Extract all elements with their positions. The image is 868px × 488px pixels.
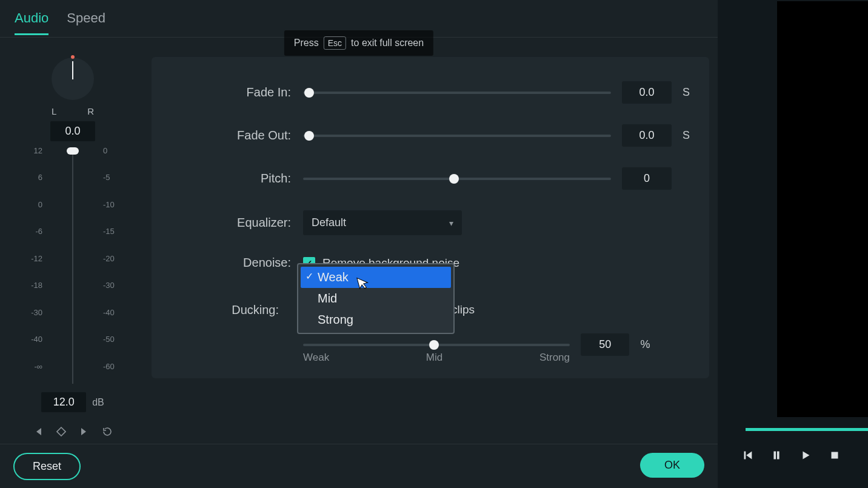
db-tick-left: 0 bbox=[24, 200, 42, 209]
fade-out-label: Fade Out: bbox=[164, 129, 303, 142]
hint-esc-key: Esc bbox=[324, 36, 346, 50]
pitch-label: Pitch: bbox=[164, 172, 303, 186]
video-preview bbox=[777, 1, 868, 417]
fade-out-value[interactable]: 0.0 bbox=[622, 124, 672, 147]
pan-right-label: R bbox=[87, 106, 94, 116]
ducking-tick-strong: Strong bbox=[539, 352, 570, 364]
ducking-label: Ducking: bbox=[152, 303, 291, 317]
gain-value-field[interactable]: 12.0 bbox=[41, 392, 86, 412]
ducking-tick-weak: Weak bbox=[303, 352, 329, 364]
db-tick-left: -12 bbox=[24, 254, 42, 263]
db-tick-left: 6 bbox=[24, 173, 42, 182]
ducking-clips-text: clips bbox=[452, 303, 475, 316]
reset-keyframe-icon[interactable] bbox=[102, 427, 112, 440]
ducking-slider[interactable] bbox=[303, 344, 570, 346]
db-tick-left: -6 bbox=[24, 227, 42, 236]
db-tick-right: -20 bbox=[103, 254, 121, 263]
equalizer-label: Equalizer: bbox=[164, 216, 303, 230]
fade-out-slider[interactable] bbox=[303, 135, 611, 137]
pause-button[interactable] bbox=[770, 449, 783, 464]
db-tick-right: -30 bbox=[103, 281, 121, 290]
reset-button[interactable]: Reset bbox=[13, 453, 81, 480]
db-tick-right: 0 bbox=[103, 146, 121, 155]
denoise-option-strong[interactable]: Strong bbox=[301, 309, 451, 330]
denoise-label: Denoise: bbox=[164, 256, 303, 270]
pan-left-label: L bbox=[52, 106, 56, 116]
add-keyframe-icon[interactable] bbox=[56, 427, 66, 440]
tab-audio[interactable]: Audio bbox=[15, 10, 48, 35]
ducking-value[interactable]: 50 bbox=[581, 333, 629, 356]
ducking-tick-mid: Mid bbox=[426, 352, 442, 364]
db-tick-right: -10 bbox=[103, 200, 121, 209]
meter-area: L R 0.0 1260-6-12-18-30-40-∞ 0-5-10-15-2… bbox=[24, 58, 121, 440]
db-tick-right: -50 bbox=[103, 335, 121, 344]
db-tick-left: 12 bbox=[24, 146, 42, 155]
gain-unit-label: dB bbox=[92, 397, 104, 408]
pan-indicator-dot bbox=[71, 55, 75, 59]
ok-button[interactable]: OK bbox=[640, 453, 704, 478]
fade-in-label: Fade In: bbox=[164, 85, 303, 99]
fade-in-value[interactable]: 0.0 bbox=[622, 81, 672, 104]
hint-tail: to exit full screen bbox=[351, 38, 424, 48]
fade-in-slider[interactable] bbox=[303, 92, 611, 94]
fade-out-unit: S bbox=[683, 129, 697, 142]
db-slider-thumb[interactable] bbox=[67, 147, 79, 155]
db-tick-right: -60 bbox=[103, 362, 121, 371]
equalizer-value: Default bbox=[312, 216, 346, 229]
denoise-option-mid[interactable]: Mid bbox=[301, 288, 451, 309]
pan-value-field[interactable]: 0.0 bbox=[50, 121, 95, 141]
next-keyframe-icon[interactable] bbox=[79, 427, 89, 440]
db-tick-left: -∞ bbox=[24, 362, 42, 371]
stop-button[interactable] bbox=[828, 449, 841, 464]
fade-in-unit: S bbox=[683, 86, 697, 99]
db-tick-right: -5 bbox=[103, 173, 121, 182]
prev-frame-button[interactable] bbox=[741, 449, 754, 464]
denoise-level-dropdown[interactable]: Weak Mid Strong bbox=[297, 263, 455, 334]
denoise-option-weak[interactable]: Weak bbox=[301, 267, 451, 288]
hint-press: Press bbox=[294, 38, 319, 48]
tab-speed[interactable]: Speed bbox=[67, 10, 105, 35]
pitch-slider[interactable] bbox=[303, 178, 611, 180]
db-tick-left: -18 bbox=[24, 281, 42, 290]
equalizer-select[interactable]: Default ▾ bbox=[303, 210, 462, 235]
db-tick-left: -40 bbox=[24, 335, 42, 344]
video-progress-bar[interactable] bbox=[746, 428, 868, 431]
ducking-unit: % bbox=[640, 338, 655, 351]
db-tick-left: -30 bbox=[24, 308, 42, 317]
pitch-value[interactable]: 0 bbox=[622, 167, 672, 190]
db-meter[interactable]: 1260-6-12-18-30-40-∞ 0-5-10-15-20-30-40-… bbox=[24, 146, 121, 389]
video-preview-panel bbox=[718, 0, 868, 488]
db-tick-right: -15 bbox=[103, 227, 121, 236]
chevron-down-icon: ▾ bbox=[449, 218, 453, 228]
fullscreen-hint: Press Esc to exit full screen bbox=[284, 30, 433, 56]
play-button[interactable] bbox=[799, 449, 812, 464]
pan-knob[interactable] bbox=[52, 58, 94, 100]
db-tick-right: -40 bbox=[103, 308, 121, 317]
prev-keyframe-icon[interactable] bbox=[33, 427, 43, 440]
